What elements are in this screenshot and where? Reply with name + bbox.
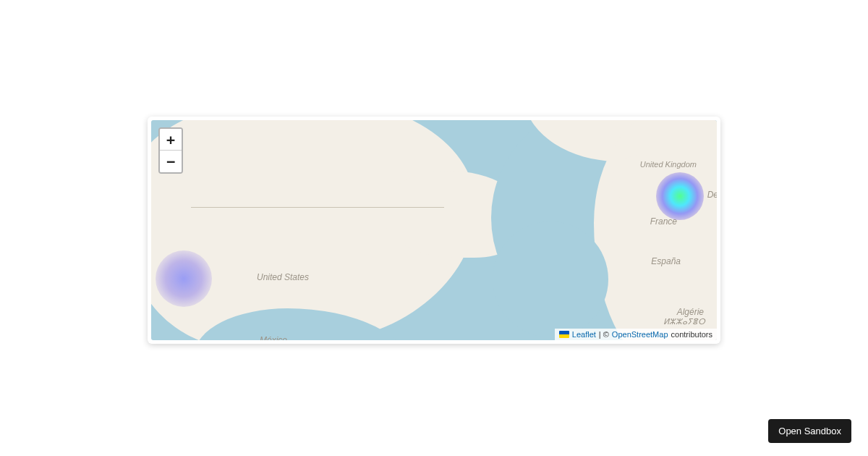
zoom-in-button[interactable]: + bbox=[160, 129, 182, 151]
us-canada-border-line bbox=[191, 207, 444, 208]
biscay-gap bbox=[493, 221, 608, 337]
open-sandbox-button[interactable]: Open Sandbox bbox=[768, 419, 851, 443]
attribution-tail: contributors bbox=[671, 330, 712, 339]
attribution-separator: | © bbox=[599, 330, 609, 339]
map-attribution: Leaflet | © OpenStreetMap contributors bbox=[555, 329, 717, 340]
ukraine-flag-icon bbox=[559, 331, 569, 338]
leaflet-map[interactable]: United States México United Kingdom Fran… bbox=[151, 120, 717, 340]
zoom-out-button[interactable]: − bbox=[160, 151, 182, 172]
zoom-control: + − bbox=[158, 127, 183, 174]
map-card: United States México United Kingdom Fran… bbox=[148, 117, 720, 344]
landmass-europe bbox=[594, 120, 717, 340]
osm-link[interactable]: OpenStreetMap bbox=[612, 330, 668, 339]
leaflet-link[interactable]: Leaflet bbox=[572, 330, 596, 339]
